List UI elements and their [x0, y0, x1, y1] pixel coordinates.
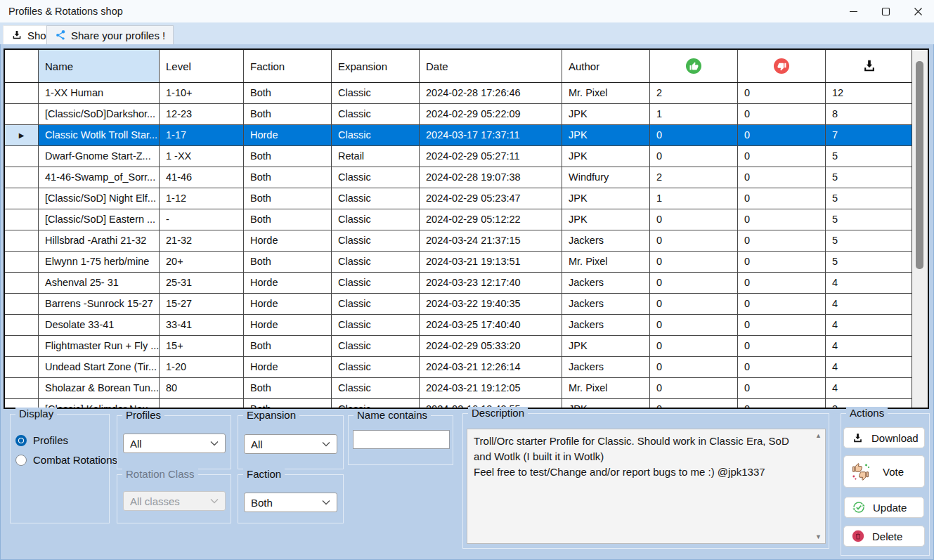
radio-combat-rotations[interactable]: Combat Rotations	[15, 454, 117, 466]
row-header-cell[interactable]	[5, 378, 39, 398]
row-header-cell[interactable]	[5, 315, 39, 335]
table-row[interactable]: [Classic] Kalimdor Neu...-BothClassic202…	[5, 399, 912, 408]
table-row[interactable]: [Classic/SoD] Night Elf...1-12BothClassi…	[5, 188, 912, 209]
table-row[interactable]: Barrens -Sunrock 15-2715-27HordeClassic2…	[5, 294, 912, 315]
cell-level: 41-46	[160, 167, 244, 188]
scroll-up-icon[interactable]: ▲	[815, 432, 822, 439]
profiles-dropdown-value: All	[130, 438, 142, 450]
display-group: Display	[10, 414, 110, 523]
cell-down: 0	[738, 104, 826, 124]
row-header-cell[interactable]	[5, 83, 39, 103]
table-row[interactable]: Undead Start Zone (Tir...1-20HordeClassi…	[5, 357, 912, 378]
cell-author: JPK	[562, 399, 650, 408]
scroll-down-icon[interactable]: ▼	[815, 533, 822, 540]
expansion-dropdown[interactable]: All	[244, 434, 337, 454]
row-header-cell[interactable]	[5, 188, 39, 209]
table-row[interactable]: Flightmaster Run + Fly ...15+BothClassic…	[5, 336, 912, 357]
download-icon	[862, 58, 877, 74]
cell-down: 0	[738, 273, 826, 293]
scrollbar-thumb[interactable]	[916, 61, 923, 269]
table-row[interactable]: Hillsbrad -Arathi 21-3221-32HordeClassic…	[5, 230, 912, 252]
row-header-cell[interactable]	[5, 336, 39, 356]
table-row[interactable]: Desolate 33-4133-41HordeClassic2024-03-2…	[5, 315, 912, 336]
table-row[interactable]: Elwynn 1-75 herb/mine20+BothClassic2024-…	[5, 252, 912, 273]
column-header-downloads[interactable]	[826, 50, 912, 82]
row-header-cell[interactable]	[5, 104, 39, 124]
cell-name: Ashenval 25- 31	[39, 273, 160, 293]
table-row[interactable]: [Classic/SoD] Eastern ...-BothClassic202…	[5, 209, 912, 230]
select-all-corner-cell[interactable]	[5, 50, 39, 82]
cell-faction: Both	[244, 104, 332, 124]
cell-expansion: Classic	[332, 315, 420, 335]
cell-downloads: 4	[826, 273, 912, 293]
description-text: Troll/Orc starter Profile for Classic. S…	[467, 429, 811, 543]
cell-up: 0	[650, 273, 738, 293]
cell-faction: Both	[244, 188, 332, 209]
vote-thumbs-icon	[852, 462, 871, 481]
cell-downloads: 4	[826, 294, 912, 314]
row-header-cell[interactable]	[5, 252, 39, 272]
cell-down: 0	[738, 209, 826, 230]
description-box[interactable]: Troll/Orc starter Profile for Classic. S…	[467, 429, 826, 544]
row-header-cell[interactable]	[5, 273, 39, 293]
cell-faction: Both	[244, 399, 332, 408]
table-row[interactable]: Ashenval 25- 3125-31HordeClassic2024-03-…	[5, 273, 912, 294]
column-header-author[interactable]: Author	[562, 50, 650, 82]
column-header-dislikes[interactable]	[738, 50, 826, 82]
faction-dropdown[interactable]: Both	[244, 493, 337, 512]
expansion-dropdown-value: All	[251, 438, 263, 450]
cell-faction: Both	[244, 252, 332, 272]
name-contains-input[interactable]	[353, 430, 450, 449]
row-header-cell[interactable]	[5, 146, 39, 167]
cell-name: [Classic] Kalimdor Neu...	[39, 399, 160, 408]
tab-share-profiles[interactable]: Share your profiles !	[46, 25, 174, 44]
column-header-date[interactable]: Date	[420, 50, 562, 82]
update-button[interactable]: Update	[844, 497, 924, 518]
cell-level: 1-17	[160, 125, 244, 145]
row-header-cell[interactable]	[5, 230, 39, 251]
close-button[interactable]	[902, 0, 934, 22]
cell-expansion: Classic	[332, 104, 420, 124]
radio-profiles[interactable]: Profiles	[15, 434, 68, 446]
row-header-cell[interactable]: ▶	[5, 125, 39, 145]
row-header-cell[interactable]	[5, 167, 39, 188]
table-row[interactable]: [Classic/SoD]Darkshor...12-23BothClassic…	[5, 104, 912, 125]
cell-down: 0	[738, 252, 826, 272]
download-button[interactable]: Download	[843, 427, 925, 448]
table-row[interactable]: 41-46-Swamp_of_Sorr...41-46BothClassic20…	[5, 167, 912, 188]
table-row[interactable]: ▶Classic Wotlk Troll Star...1-17HordeCla…	[5, 125, 912, 146]
cell-up: 0	[650, 315, 738, 335]
cell-author: Mr. Pixel	[562, 378, 650, 398]
delete-button[interactable]: Delete	[843, 526, 925, 547]
vote-button[interactable]: Vote	[843, 455, 925, 488]
cell-expansion: Classic	[332, 357, 420, 377]
cell-up: 2	[650, 83, 738, 103]
table-row[interactable]: Dwarf-Gnome Start-Z...1 -XXBothRetail202…	[5, 146, 912, 167]
maximize-button[interactable]	[869, 0, 902, 22]
profiles-dropdown[interactable]: All	[123, 434, 226, 453]
cell-level: 1 -XX	[160, 146, 244, 167]
cell-author: JPK	[562, 146, 650, 167]
row-header-cell[interactable]	[5, 209, 39, 230]
row-header-cell[interactable]	[5, 399, 39, 408]
table-vertical-scrollbar[interactable]	[912, 50, 928, 408]
chevron-down-icon	[210, 441, 219, 446]
minimize-button[interactable]	[837, 0, 869, 22]
cell-date: 2024-02-29 05:22:09	[420, 104, 562, 124]
cell-level: 20+	[160, 252, 244, 272]
thumbs-up-icon	[686, 58, 701, 74]
cell-expansion: Classic	[332, 167, 420, 188]
cell-expansion: Classic	[332, 399, 420, 408]
column-header-likes[interactable]	[650, 50, 738, 82]
column-header-name[interactable]: Name	[39, 50, 160, 82]
row-header-cell[interactable]	[5, 357, 39, 377]
column-header-faction[interactable]: Faction	[244, 50, 332, 82]
table-row[interactable]: Sholazar & Borean Tun...80BothClassic202…	[5, 378, 912, 399]
description-scrollbar[interactable]: ▲ ▼	[812, 430, 824, 542]
table-row[interactable]: 1-XX Human1-10+BothClassic2024-02-28 17:…	[5, 83, 912, 104]
column-header-expansion[interactable]: Expansion	[332, 50, 420, 82]
row-header-cell[interactable]	[5, 294, 39, 314]
cell-faction: Both	[244, 83, 332, 103]
cell-level: 33-41	[160, 315, 244, 335]
column-header-level[interactable]: Level	[160, 50, 244, 82]
